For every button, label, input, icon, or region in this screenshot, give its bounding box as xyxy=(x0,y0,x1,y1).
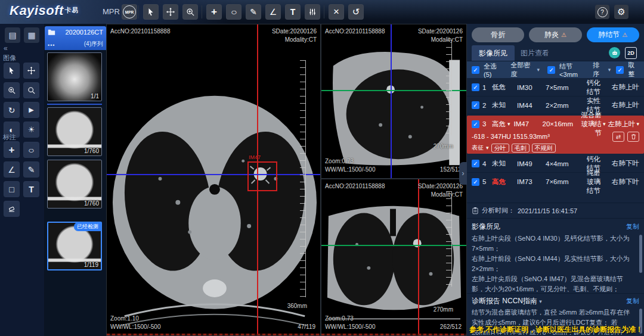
sagittal-crosshair-vertical[interactable] xyxy=(391,24,392,178)
ellipse-tool-button[interactable]: ○ xyxy=(226,4,242,20)
tab-fracture[interactable]: 骨折 xyxy=(472,27,524,42)
sagittal-crosshair-horizontal[interactable] xyxy=(321,90,466,91)
ai-assistant-button[interactable] xyxy=(609,47,620,58)
help-button[interactable]: ? xyxy=(595,5,609,19)
2d-view-button[interactable]: 2D xyxy=(625,47,637,59)
nodule-row-4[interactable]: ✓ 4 未知 IM49 4×4mm 钙化结节 右肺下叶 xyxy=(467,155,644,173)
crosshair-annotation-button[interactable]: + xyxy=(4,142,20,158)
axial-accno: AccNO:202101158888 xyxy=(110,27,170,36)
eraser-button[interactable] xyxy=(4,201,20,217)
series-layout-button[interactable]: ▦ xyxy=(24,27,39,43)
tab-pneumonia[interactable]: 肺炎⚠ xyxy=(529,27,581,42)
row-checkbox[interactable]: ✓ xyxy=(472,101,479,109)
more-icon[interactable]: ••• xyxy=(48,42,55,48)
feature-chip[interactable]: 分叶 xyxy=(491,144,509,153)
pointer-tool-button[interactable] xyxy=(143,4,159,20)
sagittal-study-info: SDate:20200126 Modality:CT xyxy=(418,27,463,43)
nodule-image-no: IM73 xyxy=(517,178,546,185)
series-thumbnail-ct1[interactable]: 1/760 xyxy=(47,107,102,156)
magnifier-tool-button[interactable] xyxy=(23,82,39,98)
nodule-row-3-selected[interactable]: ✓ 3 高危 ▾ IM47 20×16mm 混合磨玻璃结节 ▾ 左肺上叶 ▾ -… xyxy=(467,116,644,154)
image-tools-label: 图像 xyxy=(3,54,16,63)
compare-followup-button[interactable]: ⇄ xyxy=(612,132,624,142)
pointer-tool-button[interactable] xyxy=(4,63,20,79)
delete-annotation-button[interactable]: × xyxy=(329,4,344,20)
coronal-crosshair-vertical[interactable] xyxy=(418,179,419,335)
pointer-icon xyxy=(147,8,155,16)
gear-icon: ⚙ xyxy=(617,7,625,17)
coronal-slice-indicator[interactable] xyxy=(321,334,466,335)
feature-label[interactable]: 表征 xyxy=(472,144,484,152)
subtab-image-view[interactable]: 图片查看 xyxy=(513,45,556,61)
density-filter[interactable]: 全部密度 xyxy=(510,61,532,79)
select-all-label[interactable]: 全选(5) xyxy=(484,62,501,78)
sagittal-wwwl: WW/WL:1500/-500 xyxy=(325,166,375,174)
axial-viewport[interactable]: IM47 360mm AccNO:202101158888 SDate:2020… xyxy=(106,24,321,336)
report-title-group[interactable]: 诊断报告 NCCN指南 ▾ xyxy=(472,296,542,306)
series-thumbnail-ct3-selected[interactable]: 已经检测 1/119 xyxy=(47,222,102,270)
brightness-button[interactable]: ☀ xyxy=(23,122,39,138)
settings-button[interactable]: ⚙ xyxy=(614,5,628,19)
angle-tool-button[interactable]: ∠ xyxy=(265,4,281,20)
feature-chip[interactable]: 不规则 xyxy=(532,144,556,153)
findings-scrollbar[interactable] xyxy=(639,235,642,273)
study-header[interactable]: 20200126CT ••• (4)序列 xyxy=(45,26,106,50)
sagittal-viewport[interactable]: 270mm AccNO:202101158888 SDate:20200126 … xyxy=(321,24,467,179)
series-thumbnail-ct2[interactable]: 1/760 xyxy=(47,160,102,209)
nodule-grade[interactable]: 高危 xyxy=(492,120,506,129)
axial-slice-indicator[interactable] xyxy=(107,334,320,335)
zoom-tool-button[interactable] xyxy=(182,4,198,20)
copy-findings-button[interactable]: 复制 xyxy=(626,222,639,231)
row-checkbox[interactable]: ✓ xyxy=(472,83,479,91)
row-checkbox[interactable]: ✓ xyxy=(472,120,479,128)
small-nodule-label[interactable]: 结节<3mm xyxy=(559,62,586,78)
small-nodule-checkbox[interactable]: ✓ xyxy=(547,66,555,74)
window-level-tool-button[interactable] xyxy=(305,4,320,20)
nodule-location[interactable]: 左肺上叶 xyxy=(608,120,635,129)
rotate-image-button[interactable]: ↻ xyxy=(4,102,20,118)
pan-tool-button[interactable] xyxy=(23,63,39,79)
coronal-crosshair-horizontal[interactable] xyxy=(321,245,466,246)
ellipse-annotation-button[interactable]: ○ xyxy=(23,142,39,158)
nodule-grade: 未知 xyxy=(492,101,517,110)
analysis-time-value: 2021/11/15 16:41:57 xyxy=(518,207,577,214)
zoom-in-tool-button[interactable] xyxy=(4,82,20,98)
nodule-detection-box[interactable] xyxy=(247,161,277,191)
delete-nodule-button[interactable] xyxy=(627,132,639,142)
layout-icon: ▦ xyxy=(27,30,35,40)
row-checkbox[interactable]: ✓ xyxy=(472,178,479,186)
rectangle-annotation-button[interactable]: □ xyxy=(4,181,20,197)
text-tool-button[interactable]: T xyxy=(285,4,301,20)
patient-list-button[interactable]: ▤ xyxy=(5,27,20,43)
series-thumbnail-scout[interactable]: 1/1 xyxy=(47,52,102,101)
pan-tool-button[interactable] xyxy=(163,4,178,20)
reset-rotate-button[interactable]: ↺ xyxy=(348,4,364,20)
angle-annotation-button[interactable]: ∠ xyxy=(4,161,20,178)
chevron-down-icon: ▾ xyxy=(507,121,510,127)
ruler-pencil-tool-button[interactable]: ✎ xyxy=(246,4,261,20)
coronal-viewport[interactable]: 270mm AccNO:202101158888 SDate:20200126 … xyxy=(321,179,467,336)
axial-crosshair-horizontal[interactable] xyxy=(107,174,320,175)
crosshair-tool-button[interactable]: + xyxy=(206,4,222,20)
sort-filter[interactable]: 排序 xyxy=(593,61,604,79)
text-annotation-button[interactable]: T xyxy=(23,181,39,197)
round-label[interactable]: 取整 xyxy=(628,61,639,79)
nodule-row-5[interactable]: ✓ 5 高危 IM73 7×6mm 纯磨玻璃结节 右肺下叶 xyxy=(467,173,644,191)
select-all-checkbox[interactable]: ✓ xyxy=(472,66,479,74)
subtab-findings[interactable]: 影像所见 xyxy=(472,45,515,61)
feature-chip[interactable]: 毛刺 xyxy=(512,144,530,153)
pencil-annotation-button[interactable]: ✎ xyxy=(23,161,39,178)
row-checkbox[interactable]: ✓ xyxy=(472,160,479,167)
copy-report-button[interactable]: 复制 xyxy=(626,297,639,306)
chevron-down-icon: ▾ xyxy=(608,67,611,73)
panel-collapse-handle[interactable]: › xyxy=(459,162,467,185)
nodule-type: 纯磨玻璃结节 xyxy=(585,169,602,195)
collapse-rail-button[interactable]: « xyxy=(4,44,8,52)
nodule-row-1[interactable]: ✓ 1 低危 IM30 7×5mm 钙化结节 右肺上叶 xyxy=(467,79,644,97)
mpr-mode-button[interactable]: MPR xyxy=(122,4,137,20)
cine-play-button[interactable]: ▶ xyxy=(23,102,39,118)
round-checkbox[interactable]: ✓ xyxy=(616,66,624,74)
tab-lung-nodule[interactable]: 肺结节⚠ xyxy=(587,27,639,42)
nodule-row-2[interactable]: ✓ 2 未知 IM44 2×2mm 实性结节 右肺上叶 xyxy=(467,97,644,114)
crosshair-icon: + xyxy=(211,6,217,18)
